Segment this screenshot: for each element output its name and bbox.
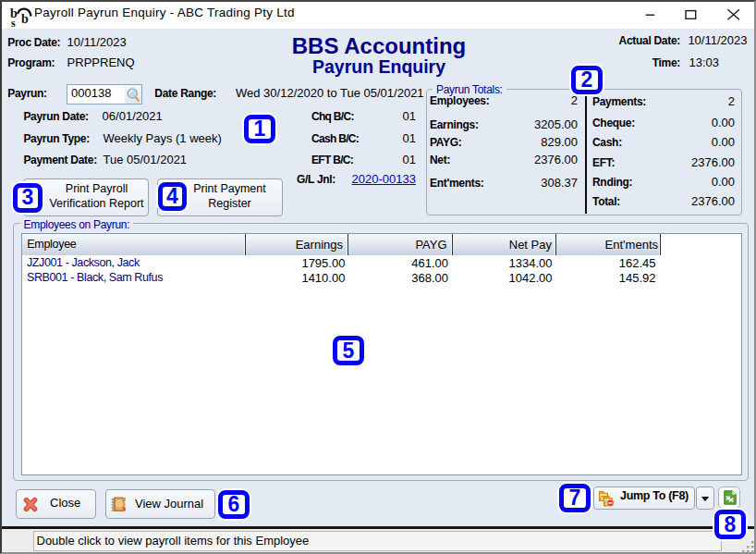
svg-text:b: b [21, 12, 29, 26]
svg-text:s: s [11, 17, 16, 28]
